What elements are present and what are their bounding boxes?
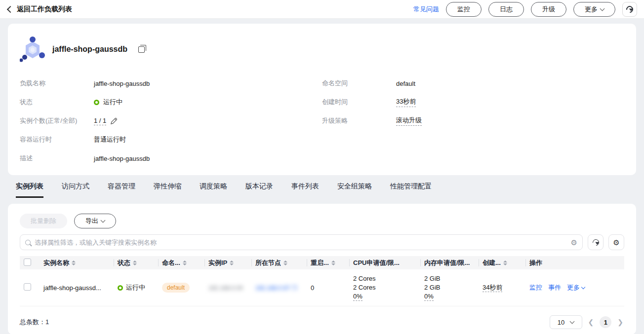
back-label: 返回工作负载列表 (17, 5, 72, 14)
col-cpu: CPU申请值/限... (353, 259, 400, 267)
status-running-icon (118, 285, 123, 291)
page-size-select[interactable]: 10 (550, 315, 582, 329)
upgrade-button-label: 升级 (542, 5, 555, 14)
field-value: default (396, 80, 415, 87)
refresh-page-button[interactable] (622, 2, 637, 17)
sort-icon[interactable] (72, 260, 76, 265)
chevron-down-icon (581, 285, 585, 289)
tab-performance-management[interactable]: 性能管理配置 (390, 182, 432, 198)
search-row: ⚙ ⚙ (20, 234, 624, 250)
tab-access-mode[interactable]: 访问方式 (62, 182, 89, 198)
namespace-badge: default (162, 283, 190, 293)
field-upgrade-policy: 升级策略 滚动升级 (322, 111, 624, 130)
redacted-node-link[interactable]: 192.168.0.97 ❐ (255, 285, 297, 292)
col-created: 创建... (483, 259, 501, 267)
current-page[interactable]: 1 (600, 316, 611, 328)
export-button[interactable]: 导出 (74, 214, 116, 228)
detail-tabs: 实例列表 访问方式 容器管理 弹性伸缩 调度策略 版本记录 事件列表 安全组策略… (8, 175, 636, 198)
workload-icon (20, 36, 45, 63)
field-namespace: 命名空间 default (322, 74, 624, 93)
row-more-label: 更多 (567, 283, 580, 292)
more-button[interactable]: 更多 (573, 2, 615, 17)
sort-icon[interactable] (230, 260, 234, 265)
table-footer: 总条数：1 10 ❮ 1 ❯ (20, 315, 624, 329)
back-to-workload-list[interactable]: 返回工作负载列表 (8, 5, 72, 14)
restart-count-cell: 0 (307, 269, 349, 306)
instance-name-cell[interactable]: jaffle-shop-gaussd... (40, 269, 114, 306)
logs-button[interactable]: 日志 (488, 2, 524, 17)
col-namespace: 命名... (162, 259, 180, 267)
field-workload-name: 负载名称 jaffle-shop-gaussdb (20, 74, 322, 93)
field-label: 升级策略 (322, 116, 396, 125)
memory-usage[interactable]: 0% (424, 293, 434, 301)
faq-link[interactable]: 常见问题 (413, 5, 439, 14)
row-created-time[interactable]: 34秒前 (483, 284, 502, 292)
tab-scheduling-policy[interactable]: 调度策略 (200, 182, 227, 198)
topbar-actions: 常见问题 监控 日志 升级 更多 (413, 2, 637, 17)
row-checkbox[interactable] (24, 283, 31, 291)
refresh-icon (591, 238, 600, 247)
search-input[interactable] (35, 239, 567, 246)
logs-button-label: 日志 (500, 5, 513, 14)
search-icon (25, 240, 31, 245)
field-value: 普通运行时 (94, 135, 126, 144)
field-label: 描述 (20, 154, 94, 163)
chevron-down-icon (600, 6, 605, 11)
batch-delete-button[interactable]: 批量删除 (20, 214, 67, 228)
edit-pencil-icon[interactable] (110, 117, 118, 125)
sort-icon[interactable] (133, 260, 137, 265)
tab-security-group-policy[interactable]: 安全组策略 (337, 182, 372, 198)
field-label: 负载名称 (20, 79, 94, 88)
col-actions: 操作 (529, 259, 542, 267)
total-count-label: 总条数： (20, 318, 45, 326)
row-monitor-link[interactable]: 监控 (529, 283, 542, 292)
pagination: 10 ❮ 1 ❯ (550, 315, 624, 329)
instance-table: 实例名称 状态 命名... 实例IP 所在节点 重启... CPU申请值/限..… (20, 256, 624, 306)
sort-icon[interactable] (183, 260, 187, 265)
tab-container-management[interactable]: 容器管理 (108, 182, 135, 198)
total-count: 总条数：1 (20, 318, 49, 327)
table-header-row: 实例名称 状态 命名... 实例IP 所在节点 重启... CPU申请值/限..… (20, 256, 624, 269)
instance-status-text: 运行中 (126, 283, 145, 292)
cpu-cell: 2 Cores 2 Cores 0% (349, 269, 420, 306)
cpu-usage[interactable]: 0% (353, 293, 362, 301)
upgrade-policy-value[interactable]: 滚动升级 (396, 116, 422, 126)
table-refresh-button[interactable] (588, 234, 604, 250)
upgrade-button[interactable]: 升级 (531, 2, 566, 17)
page-size-value: 10 (558, 319, 564, 326)
more-button-label: 更多 (585, 5, 598, 14)
field-container-runtime: 容器运行时 普通运行时 (20, 130, 322, 149)
copy-icon[interactable] (138, 46, 145, 53)
field-status: 状态 运行中 (20, 93, 322, 111)
row-more-link[interactable]: 更多 (567, 283, 585, 292)
row-actions: 监控 事件 更多 (529, 283, 620, 292)
instance-count-value[interactable]: 1 / 1 (94, 117, 106, 125)
next-page-button[interactable]: ❯ (616, 318, 624, 326)
field-description: 描述 jaffle-shop-gaussdb (20, 149, 322, 168)
monitor-button[interactable]: 监控 (446, 2, 482, 17)
tab-version-history[interactable]: 版本记录 (245, 182, 273, 198)
sort-icon[interactable] (503, 260, 507, 265)
tab-auto-scaling[interactable]: 弹性伸缩 (154, 182, 181, 198)
tab-event-list[interactable]: 事件列表 (291, 182, 319, 198)
gear-icon: ⚙ (613, 239, 619, 246)
field-label: 状态 (20, 98, 94, 107)
select-all-checkbox[interactable] (24, 259, 31, 266)
field-label: 创建时间 (322, 98, 396, 107)
created-time-value[interactable]: 33秒前 (396, 97, 416, 107)
table-toolbar: 批量删除 导出 (20, 214, 624, 228)
workload-fields: 负载名称 jaffle-shop-gaussdb 状态 运行中 实例个数(正常/… (20, 74, 624, 168)
instance-table-card: 批量删除 导出 ⚙ ⚙ 实例名称 状态 命名... 实例IP 所在节点 重启..… (8, 204, 636, 334)
search-box: ⚙ (20, 234, 583, 250)
filter-settings-icon[interactable]: ⚙ (571, 239, 577, 246)
field-value: jaffle-shop-gaussdb (94, 80, 150, 87)
sort-icon[interactable] (283, 260, 287, 265)
col-status: 状态 (118, 259, 130, 267)
row-events-link[interactable]: 事件 (548, 283, 561, 292)
memory-request: 2 GiB (424, 274, 475, 283)
tab-instance-list[interactable]: 实例列表 (16, 182, 43, 198)
column-settings-button[interactable]: ⚙ (608, 234, 624, 250)
col-instance-ip: 实例IP (208, 259, 227, 267)
sort-icon[interactable] (331, 260, 335, 265)
prev-page-button[interactable]: ❮ (587, 318, 595, 326)
